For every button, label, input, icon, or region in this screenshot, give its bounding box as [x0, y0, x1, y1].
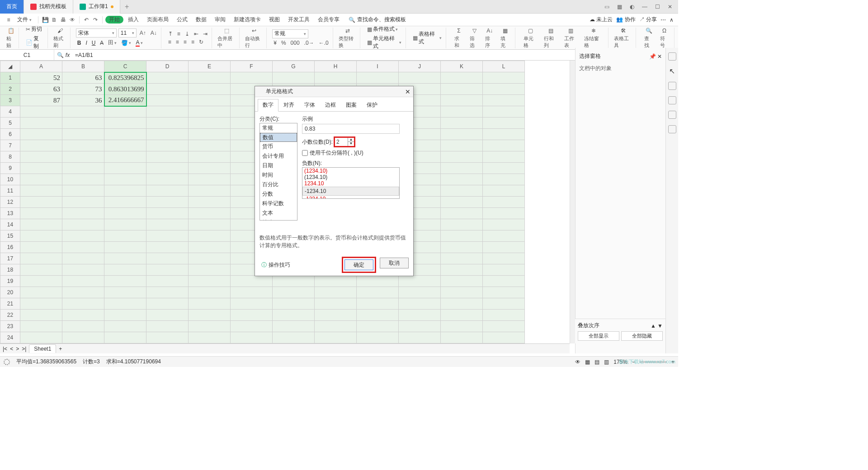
strike-icon[interactable]: A̶: [99, 38, 105, 47]
cell[interactable]: 52: [20, 72, 62, 84]
col-header[interactable]: C: [104, 61, 146, 72]
side-style-icon[interactable]: [668, 96, 676, 104]
row-header[interactable]: 7: [0, 140, 20, 151]
dialog-tab-fill[interactable]: 图案: [341, 99, 362, 111]
dialog-titlebar[interactable]: 单元格格式 ✕: [255, 86, 413, 97]
row-header[interactable]: 20: [0, 287, 20, 298]
table-style-button[interactable]: ▦ 表格样式▾: [411, 30, 443, 46]
align-top-icon[interactable]: ⤒: [167, 30, 174, 38]
pin-icon[interactable]: 📌: [649, 53, 656, 60]
col-header[interactable]: G: [273, 61, 315, 72]
freeze-button[interactable]: ❄: [590, 27, 597, 34]
format-brush-button[interactable]: 🖌: [56, 27, 64, 34]
font-color-icon[interactable]: A▾: [134, 38, 144, 47]
decimal-input[interactable]: [335, 139, 348, 145]
row-header[interactable]: 21: [0, 298, 20, 310]
hamburger-icon[interactable]: ≡: [5, 16, 13, 24]
row-header[interactable]: 23: [0, 321, 20, 332]
sort-button[interactable]: A↓: [485, 27, 494, 34]
menu-dev[interactable]: 开发工具: [284, 16, 313, 24]
menu-review[interactable]: 审阅: [211, 16, 229, 24]
view-page-icon[interactable]: ▤: [594, 359, 599, 365]
dialog-tab-align[interactable]: 对齐: [278, 99, 299, 111]
category-item[interactable]: 文本: [260, 208, 297, 218]
sheet-button[interactable]: ▥: [567, 27, 575, 34]
ok-button[interactable]: 确定: [344, 259, 373, 270]
row-header[interactable]: 16: [0, 242, 20, 253]
col-header[interactable]: K: [441, 61, 483, 72]
menu-file[interactable]: 文件 ▾: [14, 16, 35, 24]
align-right-icon[interactable]: ≡: [182, 38, 188, 46]
cell[interactable]: 73: [62, 84, 104, 95]
align-left-icon[interactable]: ≡: [167, 38, 173, 46]
fx-cancel-icon[interactable]: 🔍: [57, 52, 64, 58]
side-more-icon[interactable]: [668, 125, 676, 133]
layout-icon[interactable]: ▭: [601, 2, 612, 11]
pane-close-icon[interactable]: ✕: [657, 53, 662, 60]
sheet-nav-next-icon[interactable]: >: [16, 346, 19, 352]
save-as-icon[interactable]: 🗎: [50, 16, 58, 24]
italic-icon[interactable]: I: [84, 38, 88, 47]
side-select-icon[interactable]: [668, 52, 676, 61]
col-header[interactable]: B: [62, 61, 104, 72]
col-header[interactable]: H: [315, 61, 357, 72]
menu-formula[interactable]: 公式: [173, 16, 191, 24]
thousand-separator-checkbox[interactable]: 使用千位分隔符( , )(U): [302, 149, 409, 157]
neg-option[interactable]: (1234.10): [302, 168, 399, 174]
currency-icon[interactable]: ¥: [272, 39, 278, 47]
menu-layout[interactable]: 页面布局: [143, 16, 172, 24]
category-item[interactable]: 分数: [260, 189, 297, 199]
category-item[interactable]: 时间: [260, 170, 297, 180]
row-header[interactable]: 22: [0, 310, 20, 321]
row-header[interactable]: 3: [0, 95, 20, 106]
row-header[interactable]: 10: [0, 174, 20, 185]
bold-icon[interactable]: B: [76, 38, 83, 47]
sheet-nav-first-icon[interactable]: |<: [3, 346, 7, 352]
menu-insert[interactable]: 插入: [124, 16, 142, 24]
sheet-add-icon[interactable]: +: [59, 346, 62, 352]
cell-style-button[interactable]: ▦ 单元格样式▾: [366, 34, 402, 51]
row-header[interactable]: 8: [0, 151, 20, 163]
find-button[interactable]: 🔍: [644, 27, 654, 34]
neg-option[interactable]: -1234.10: [302, 187, 399, 196]
orientation-icon[interactable]: ↻: [198, 38, 205, 46]
col-header[interactable]: D: [146, 61, 189, 72]
col-header[interactable]: A: [20, 61, 62, 72]
collapse-ribbon-icon[interactable]: ∧: [670, 17, 674, 23]
vertical-scrollbar[interactable]: [570, 61, 575, 343]
menu-start[interactable]: 开始: [105, 16, 123, 24]
row-header[interactable]: 5: [0, 118, 20, 129]
apps-icon[interactable]: ▦: [614, 2, 625, 11]
dialog-tab-font[interactable]: 字体: [299, 99, 320, 111]
maximize-button[interactable]: ☐: [652, 2, 663, 11]
menu-data[interactable]: 数据: [192, 16, 210, 24]
row-header[interactable]: 6: [0, 129, 20, 140]
side-pointer-icon[interactable]: ↖: [669, 67, 675, 75]
thousand-checkbox-input[interactable]: [302, 150, 308, 156]
select-all-corner[interactable]: ◢: [0, 61, 20, 72]
cond-format-button[interactable]: ▦ 条件格式▾: [366, 25, 399, 33]
cell[interactable]: 63: [20, 84, 62, 95]
font-size-select[interactable]: 11▾: [118, 28, 137, 38]
tab-template[interactable]: 找稻壳模板: [24, 0, 73, 14]
align-justify-icon[interactable]: ≡: [190, 38, 196, 46]
negative-numbers-list[interactable]: (1234.10) (1234.10) 1234.10 -1234.10 -12…: [302, 167, 400, 199]
menu-search[interactable]: 🔍 查找命令、搜索模板: [349, 16, 406, 24]
row-header[interactable]: 15: [0, 230, 20, 242]
bring-forward-icon[interactable]: ▲: [651, 323, 656, 329]
side-setting-icon[interactable]: [668, 82, 676, 90]
user-icon[interactable]: ◐: [627, 2, 637, 11]
cell[interactable]: 2.416666667: [104, 95, 146, 106]
category-list[interactable]: 常规 数值 货币 会计专用 日期 时间 百分比 分数 科学记数 文本 特殊 自定…: [259, 123, 297, 221]
menu-view[interactable]: 视图: [265, 16, 283, 24]
status-settings-icon[interactable]: [4, 359, 10, 365]
col-header[interactable]: J: [399, 61, 441, 72]
menu-newtab[interactable]: 新建选项卡: [230, 16, 264, 24]
category-item-number[interactable]: 数值: [260, 133, 297, 142]
category-item[interactable]: 货币: [260, 142, 297, 151]
side-pin-icon[interactable]: [668, 111, 676, 119]
cancel-button[interactable]: 取消: [380, 258, 409, 268]
category-item[interactable]: 百分比: [260, 180, 297, 189]
number-format-select[interactable]: 常规▾: [272, 29, 308, 38]
sheet-nav-prev-icon[interactable]: <: [10, 346, 13, 352]
